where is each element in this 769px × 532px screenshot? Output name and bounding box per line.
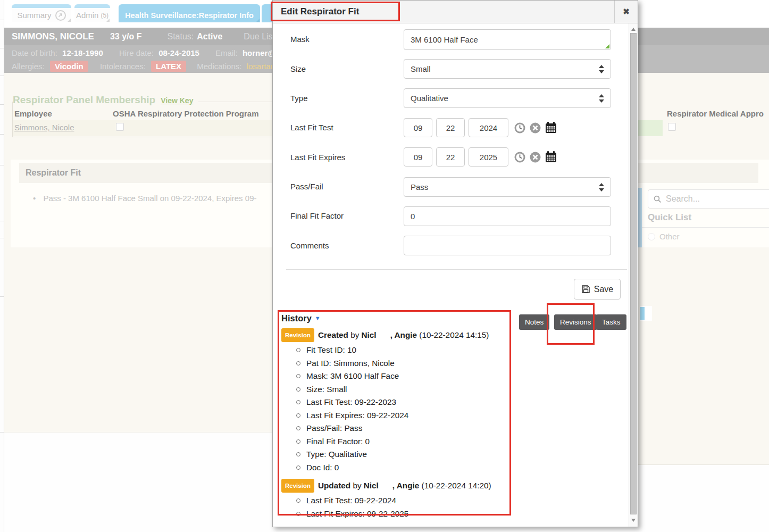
mask-value: 3M 6100 Half Face	[411, 35, 478, 44]
last-fit-expires-day-input[interactable]	[436, 147, 465, 167]
history-entry-header: RevisionCreated by Nicl, Angie (10-22-20…	[281, 328, 521, 342]
mask-label: Mask	[290, 35, 310, 44]
pass-fail-select[interactable]: Pass	[404, 177, 611, 197]
clear-date-icon[interactable]	[529, 122, 541, 134]
save-button-label: Save	[594, 285, 613, 294]
list-item: Last Fit Expires: 09-22-2024	[296, 409, 521, 422]
revision-author: Nicl	[364, 481, 379, 490]
tab-admin-count: (5)	[101, 12, 108, 19]
last-fit-test-label: Last Fit Test	[290, 123, 333, 132]
col-header-employee: Employee	[14, 109, 52, 118]
type-select[interactable]: Qualitative	[404, 88, 611, 108]
last-fit-expires-year-input[interactable]	[469, 147, 508, 167]
col-header-medical-approval: Respirator Medical Appro	[667, 109, 764, 118]
quick-list-title: Quick List	[648, 212, 691, 223]
clock-icon[interactable]	[514, 122, 526, 134]
scrollbar-thumb[interactable]	[630, 33, 637, 514]
size-select[interactable]: Small	[404, 59, 611, 79]
revision-badge: Revision	[281, 328, 314, 342]
list-item: Final Fit Factor: 0	[296, 435, 521, 448]
by-text: by	[353, 481, 361, 490]
dob-label: Date of birth:	[12, 48, 57, 57]
tab-summary-label: Summary	[17, 11, 51, 20]
allergies-label: Allergies:	[12, 62, 45, 71]
allergy-badge: Vicodin	[50, 61, 88, 72]
tab-summary[interactable]: Summary	[12, 4, 71, 22]
clear-date-icon[interactable]	[529, 151, 541, 163]
mask-field[interactable]: 3M 6100 Half Face	[404, 29, 611, 50]
hire-label: Hire date:	[119, 48, 154, 57]
search-icon	[654, 195, 662, 203]
comments-input[interactable]	[404, 236, 611, 255]
quick-list-accent-strip	[638, 188, 642, 247]
last-fit-test-year-input[interactable]	[469, 118, 508, 137]
close-icon[interactable]: ✖	[614, 1, 638, 23]
final-fit-factor-label: Final Fit Factor	[290, 211, 344, 220]
other-radio[interactable]	[648, 233, 655, 240]
final-fit-factor-input[interactable]	[404, 206, 611, 226]
bullet-glyph: •	[33, 194, 36, 203]
pass-fail-value: Pass	[411, 182, 428, 192]
divider	[286, 269, 627, 270]
status-value: Active	[197, 32, 222, 41]
list-item: Last Fit Test: 09-22-2024	[296, 494, 521, 508]
comments-label: Comments	[290, 241, 329, 250]
resize-grip-icon[interactable]	[605, 44, 609, 48]
revisions-button[interactable]: Revisions	[554, 314, 597, 330]
select-arrows-icon	[599, 183, 604, 192]
page: Summary Admin (5) Health Surveillance:Re…	[0, 0, 769, 532]
chevron-down-icon[interactable]: ▼	[315, 315, 321, 321]
dialog-title: Edit Respirator Fit	[281, 1, 359, 23]
size-value: Small	[411, 64, 431, 73]
last-fit-test-month-input[interactable]	[404, 118, 432, 137]
scroll-down-icon[interactable]	[631, 519, 636, 522]
list-item: Type: Qualitative	[296, 448, 521, 461]
save-button[interactable]: Save	[574, 279, 621, 300]
list-item: Doc Id: 0	[296, 461, 521, 475]
clock-icon[interactable]	[514, 151, 526, 163]
select-arrows-icon	[599, 65, 604, 73]
lower-left-panel	[4, 432, 272, 532]
divider	[642, 227, 769, 228]
last-fit-expires-label: Last Fit Expires	[290, 153, 345, 162]
patient-name: SIMMONS, NICOLE	[12, 31, 94, 42]
type-value: Qualitative	[411, 94, 448, 103]
respirator-fit-entry: • Pass - 3M 6100 Half Face Small on 09-2…	[33, 194, 256, 203]
by-text: by	[350, 330, 359, 339]
search-box[interactable]	[648, 189, 769, 209]
calendar-icon[interactable]	[545, 121, 557, 134]
last-fit-test-day-input[interactable]	[436, 118, 465, 137]
medications-label: Medications:	[197, 62, 241, 71]
lower-right-panel	[638, 464, 769, 532]
patient-age-sex: 33 y/o F	[110, 32, 142, 41]
dialog-header: Edit Respirator Fit ✖	[273, 1, 638, 23]
approval-status-cell	[638, 120, 663, 136]
scroll-up-icon[interactable]	[631, 28, 636, 31]
type-label: Type	[290, 94, 308, 103]
bottom-strip	[272, 527, 638, 532]
notes-button[interactable]: Notes	[519, 314, 549, 330]
tab-partial-hidden[interactable]	[262, 4, 272, 22]
tab-active-label: Health Surveillance:Respirator Info	[125, 11, 254, 20]
calendar-icon[interactable]	[545, 151, 557, 163]
medical-approval-checkbox[interactable]	[668, 123, 676, 131]
tab-health-surveillance-respirator-info[interactable]: Health Surveillance:Respirator Info	[119, 4, 260, 22]
list-item: Last Fit Expires: 09-22-2025	[296, 508, 521, 521]
history-title: History	[281, 313, 312, 323]
edit-respirator-fit-dialog: Edit Respirator Fit ✖ Mask Size Type Las…	[272, 0, 638, 527]
respirator-fit-entry-text: Pass - 3M 6100 Half Face Small on 09-22-…	[43, 194, 256, 203]
search-input[interactable]	[666, 194, 756, 204]
tab-admin[interactable]: Admin (5)	[74, 4, 110, 22]
last-fit-expires-month-input[interactable]	[404, 147, 432, 167]
view-key-link[interactable]: View Key	[161, 96, 193, 105]
open-in-new-icon[interactable]	[55, 10, 66, 21]
intolerances-label: Intolerances:	[100, 62, 146, 71]
tasks-button[interactable]: Tasks	[596, 314, 626, 330]
employee-link[interactable]: Simmons, Nicole	[14, 123, 74, 132]
select-arrows-icon	[599, 94, 604, 103]
modal-scrollbar[interactable]	[629, 23, 638, 527]
revision-detail-list: Fit Test ID: 10 Pat ID: Simmons, Nicole …	[296, 344, 521, 474]
col-header-osha: OSHA Respiratory Protection Program	[113, 109, 259, 118]
osha-program-checkbox[interactable]	[116, 123, 124, 131]
revision-action: Updated	[318, 481, 350, 490]
